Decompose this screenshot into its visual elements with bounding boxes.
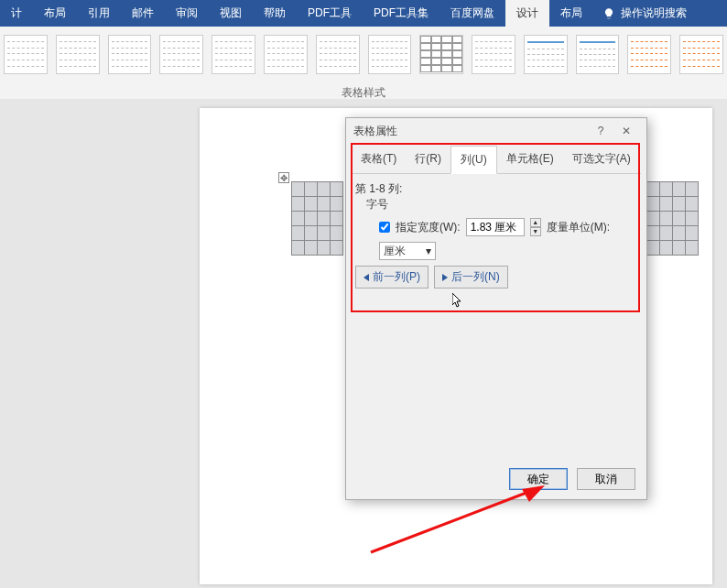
table-styles-gallery (0, 27, 727, 82)
table-style-thumb[interactable] (264, 35, 308, 74)
lightbulb-icon (602, 7, 615, 20)
ribbon-tab[interactable]: 布局 (33, 0, 77, 27)
table-style-thumb[interactable] (159, 35, 203, 74)
dialog-title: 表格属性 (353, 124, 588, 139)
tab-column[interactable]: 列(U) (450, 146, 497, 174)
table-style-thumb[interactable] (576, 35, 620, 74)
ribbon-tab[interactable]: 计 (0, 0, 33, 27)
table-style-thumb[interactable] (419, 35, 463, 74)
table-style-thumb[interactable] (56, 35, 100, 74)
table-style-thumb[interactable] (368, 35, 412, 74)
ribbon-tab[interactable]: 帮助 (253, 0, 297, 27)
ribbon-tab-design[interactable]: 设计 (505, 0, 549, 27)
prev-col-label: 前一列(P) (373, 269, 420, 285)
arrow-left-icon (364, 274, 369, 281)
arrow-right-icon (442, 274, 448, 281)
unit-select[interactable]: 厘米 ▾ (379, 242, 436, 260)
doc-table-right[interactable] (646, 181, 699, 256)
ribbon-tab[interactable]: 百度网盘 (439, 0, 505, 27)
cancel-button[interactable]: 取消 (577, 468, 635, 490)
ribbon-tab[interactable]: PDF工具 (297, 0, 363, 27)
table-style-thumb[interactable] (524, 35, 568, 74)
tab-row[interactable]: 行(R) (406, 146, 450, 173)
ribbon-tab[interactable]: PDF工具集 (363, 0, 439, 27)
tell-me-label: 操作说明搜索 (621, 5, 687, 21)
table-move-handle[interactable]: ✥ (278, 172, 289, 183)
ribbon-tabs: 计 布局 引用 邮件 审阅 视图 帮助 PDF工具 PDF工具集 百度网盘 设计… (0, 0, 727, 27)
table-style-thumb[interactable] (472, 35, 515, 74)
tab-table[interactable]: 表格(T) (352, 146, 406, 173)
dialog-body: 第 1-8 列: 字号 指定宽度(W): ▲ ▼ 度量单位(M): 厘米 ▾ 前… (346, 174, 646, 301)
ribbon-tab[interactable]: 审阅 (165, 0, 209, 27)
unit-value: 厘米 (384, 244, 406, 259)
chevron-down-icon: ▾ (426, 245, 431, 257)
doc-table-left[interactable] (291, 181, 343, 256)
close-button[interactable]: ✕ (613, 125, 639, 137)
column-range-label: 第 1-8 列: (355, 181, 637, 197)
prev-column-button[interactable]: 前一列(P) (355, 266, 429, 289)
ok-button[interactable]: 确定 (509, 468, 568, 490)
tell-me-search[interactable]: 操作说明搜索 (593, 5, 696, 21)
width-spinner[interactable]: ▲ ▼ (530, 218, 541, 236)
dialog-footer: 确定 取消 (509, 468, 635, 490)
spin-down-icon[interactable]: ▼ (530, 227, 541, 236)
width-input[interactable] (466, 218, 525, 236)
dialog-titlebar[interactable]: 表格属性 ? ✕ (346, 118, 646, 144)
dialog-tabs: 表格(T) 行(R) 列(U) 单元格(E) 可选文字(A) (352, 146, 641, 174)
ribbon-tab[interactable]: 布局 (549, 0, 593, 27)
ribbon-tab[interactable]: 视图 (209, 0, 253, 27)
next-column-button[interactable]: 后一列(N) (434, 266, 508, 289)
ribbon-tab[interactable]: 邮件 (121, 0, 165, 27)
specify-width-label: 指定宽度(W): (396, 220, 461, 235)
specify-width-checkbox[interactable] (379, 222, 390, 233)
table-style-thumb[interactable] (627, 35, 671, 74)
unit-label: 度量单位(M): (547, 220, 610, 235)
table-style-thumb[interactable] (212, 35, 255, 74)
tab-cell[interactable]: 单元格(E) (497, 146, 563, 173)
table-style-thumb[interactable] (4, 35, 48, 74)
tab-alttext[interactable]: 可选文字(A) (563, 146, 640, 173)
ribbon-tab[interactable]: 引用 (77, 0, 121, 27)
table-style-thumb[interactable] (679, 35, 723, 74)
table-style-thumb[interactable] (316, 35, 360, 74)
table-style-thumb[interactable] (108, 35, 152, 74)
spin-up-icon[interactable]: ▲ (530, 218, 541, 227)
help-button[interactable]: ? (588, 125, 613, 137)
next-col-label: 后一列(N) (451, 269, 500, 285)
table-properties-dialog: 表格属性 ? ✕ 表格(T) 行(R) 列(U) 单元格(E) 可选文字(A) … (345, 117, 647, 500)
size-group-label: 字号 (366, 197, 637, 212)
